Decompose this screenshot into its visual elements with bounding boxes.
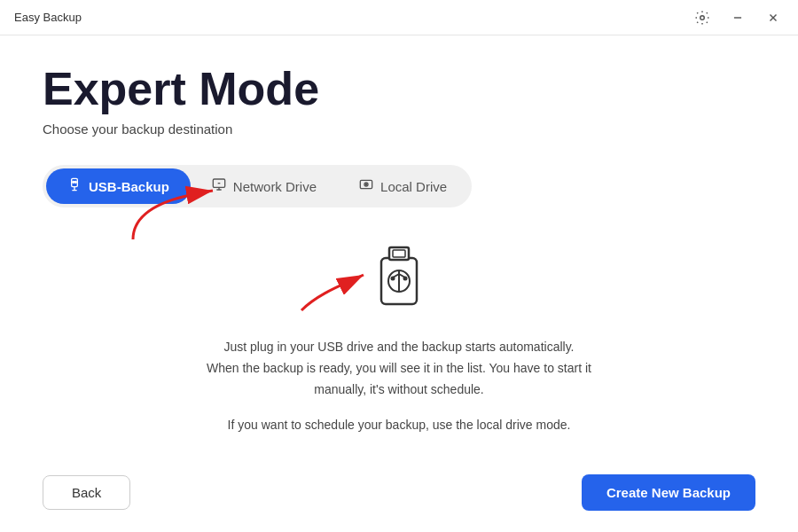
tab-network-label: Network Drive (233, 179, 317, 194)
page-title: Expert Mode (43, 64, 755, 114)
page-subtitle: Choose your backup destination (43, 121, 755, 137)
svg-point-0 (700, 15, 705, 20)
minimize-button[interactable] (727, 7, 748, 28)
back-button[interactable]: Back (43, 475, 130, 510)
tab-local-drive[interactable]: Local Drive (338, 168, 468, 204)
tab-usb-label: USB-Backup (89, 179, 169, 194)
create-backup-button[interactable]: Create New Backup (582, 474, 755, 511)
svg-point-20 (391, 277, 395, 281)
main-content: Expert Mode Choose your backup destinati… (0, 35, 798, 532)
window-controls (692, 7, 784, 28)
schedule-note: If you want to schedule your backup, use… (228, 415, 571, 436)
footer: Back Create New Backup (43, 460, 755, 511)
tab-usb-backup[interactable]: USB-Backup (46, 168, 191, 204)
tab-local-label: Local Drive (380, 179, 447, 194)
tab-group: USB-Backup Network Drive Lo (43, 165, 472, 207)
app-title: Easy Backup (14, 11, 82, 24)
content-area: Just plug in your USB drive and the back… (43, 236, 755, 460)
usb-tab-icon (67, 177, 82, 195)
svg-point-5 (73, 182, 74, 184)
close-button[interactable] (763, 7, 784, 28)
usb-description: Just plug in your USB drive and the back… (207, 337, 591, 400)
usb-illustration (359, 236, 439, 316)
tab-network-drive[interactable]: Network Drive (191, 168, 338, 204)
settings-button[interactable] (692, 7, 713, 28)
network-tab-icon (212, 177, 226, 195)
svg-point-12 (365, 184, 366, 185)
local-tab-icon (359, 177, 373, 195)
svg-point-21 (403, 277, 408, 281)
svg-point-6 (74, 182, 76, 184)
title-bar: Easy Backup (0, 0, 798, 35)
